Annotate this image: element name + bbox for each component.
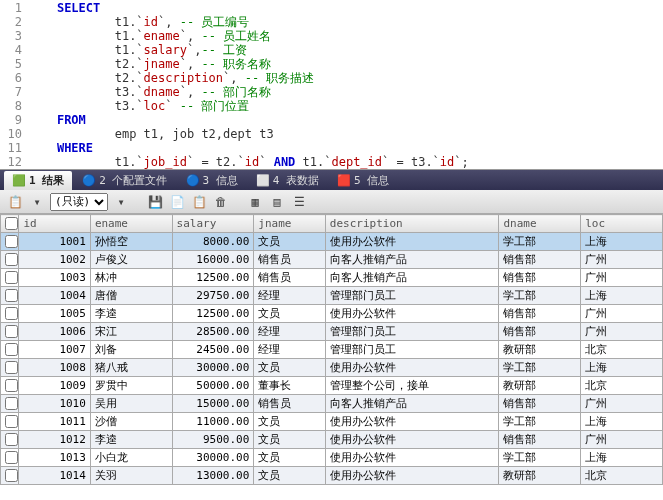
dropdown-icon[interactable]: ▾ — [28, 193, 46, 211]
col-loc[interactable]: loc — [581, 215, 663, 233]
table-row[interactable]: 1002 卢俊义 16000.00 销售员 向客人推销产品 销售部 广州 — [1, 251, 663, 269]
cell-description[interactable]: 使用办公软件 — [325, 359, 499, 377]
cell-loc[interactable]: 北京 — [581, 341, 663, 359]
row-checkbox[interactable] — [1, 377, 19, 395]
cell-jname[interactable]: 文员 — [254, 413, 326, 431]
col-description[interactable]: description — [325, 215, 499, 233]
table-row[interactable]: 1014 关羽 13000.00 文员 使用办公软件 教研部 北京 — [1, 467, 663, 485]
cell-salary[interactable]: 29750.00 — [172, 287, 254, 305]
cell-description[interactable]: 使用办公软件 — [325, 305, 499, 323]
table-row[interactable]: 1007 刘备 24500.00 经理 管理部门员工 教研部 北京 — [1, 341, 663, 359]
cell-dname[interactable]: 学工部 — [499, 359, 581, 377]
cell-id[interactable]: 1002 — [19, 251, 91, 269]
mode-select[interactable]: (只读) — [50, 193, 108, 211]
cell-id[interactable]: 1014 — [19, 467, 91, 485]
cell-salary[interactable]: 28500.00 — [172, 323, 254, 341]
cell-loc[interactable]: 广州 — [581, 323, 663, 341]
row-checkbox[interactable] — [1, 251, 19, 269]
col-id[interactable]: id — [19, 215, 91, 233]
cell-ename[interactable]: 关羽 — [90, 467, 172, 485]
paste-icon[interactable]: 📋 — [190, 193, 208, 211]
cell-loc[interactable]: 上海 — [581, 233, 663, 251]
cell-description[interactable]: 管理整个公司，接单 — [325, 377, 499, 395]
cell-dname[interactable]: 销售部 — [499, 395, 581, 413]
cell-loc[interactable]: 上海 — [581, 287, 663, 305]
cell-description[interactable]: 向客人推销产品 — [325, 269, 499, 287]
cell-ename[interactable]: 李逵 — [90, 431, 172, 449]
row-checkbox[interactable] — [1, 359, 19, 377]
cell-description[interactable]: 使用办公软件 — [325, 449, 499, 467]
table-row[interactable]: 1005 李逵 12500.00 文员 使用办公软件 销售部 广州 — [1, 305, 663, 323]
cell-jname[interactable]: 文员 — [254, 449, 326, 467]
delete-icon[interactable]: 🗑 — [212, 193, 230, 211]
cell-id[interactable]: 1013 — [19, 449, 91, 467]
row-checkbox[interactable] — [1, 413, 19, 431]
cell-jname[interactable]: 经理 — [254, 323, 326, 341]
cell-dname[interactable]: 教研部 — [499, 377, 581, 395]
cell-ename[interactable]: 卢俊义 — [90, 251, 172, 269]
cell-loc[interactable]: 上海 — [581, 413, 663, 431]
cell-id[interactable]: 1006 — [19, 323, 91, 341]
cell-ename[interactable]: 孙悟空 — [90, 233, 172, 251]
cell-dname[interactable]: 销售部 — [499, 305, 581, 323]
cell-loc[interactable]: 北京 — [581, 467, 663, 485]
cell-dname[interactable]: 学工部 — [499, 449, 581, 467]
cell-dname[interactable]: 销售部 — [499, 431, 581, 449]
grid-view-icon[interactable]: ▦ — [246, 193, 264, 211]
cell-dname[interactable]: 销售部 — [499, 269, 581, 287]
cell-dname[interactable]: 教研部 — [499, 467, 581, 485]
cell-ename[interactable]: 沙僧 — [90, 413, 172, 431]
tab-1 结果[interactable]: 🟩1 结果 — [4, 171, 72, 190]
cell-dname[interactable]: 学工部 — [499, 287, 581, 305]
cell-dname[interactable]: 销售部 — [499, 251, 581, 269]
row-checkbox[interactable] — [1, 305, 19, 323]
row-checkbox[interactable] — [1, 449, 19, 467]
checkbox-header[interactable] — [1, 215, 19, 233]
form-view-icon[interactable]: ▤ — [268, 193, 286, 211]
cell-salary[interactable]: 16000.00 — [172, 251, 254, 269]
cell-salary[interactable]: 12500.00 — [172, 269, 254, 287]
code-area[interactable]: SELECT t1.`id`, -- 员工编号 t1.`ename`, -- 员… — [28, 0, 663, 169]
cell-ename[interactable]: 小白龙 — [90, 449, 172, 467]
copy-icon[interactable]: 📄 — [168, 193, 186, 211]
row-checkbox[interactable] — [1, 431, 19, 449]
cell-loc[interactable]: 广州 — [581, 395, 663, 413]
cell-jname[interactable]: 销售员 — [254, 395, 326, 413]
cell-ename[interactable]: 李逵 — [90, 305, 172, 323]
cell-salary[interactable]: 24500.00 — [172, 341, 254, 359]
cell-loc[interactable]: 上海 — [581, 359, 663, 377]
cell-salary[interactable]: 9500.00 — [172, 431, 254, 449]
cell-id[interactable]: 1001 — [19, 233, 91, 251]
cell-ename[interactable]: 罗贯中 — [90, 377, 172, 395]
cell-jname[interactable]: 文员 — [254, 359, 326, 377]
table-row[interactable]: 1010 吴用 15000.00 销售员 向客人推销产品 销售部 广州 — [1, 395, 663, 413]
cell-ename[interactable]: 唐僧 — [90, 287, 172, 305]
export-icon[interactable]: 💾 — [146, 193, 164, 211]
table-row[interactable]: 1013 小白龙 30000.00 文员 使用办公软件 学工部 上海 — [1, 449, 663, 467]
cell-description[interactable]: 向客人推销产品 — [325, 251, 499, 269]
tab-3 信息[interactable]: 🔵3 信息 — [178, 171, 246, 190]
cell-dname[interactable]: 教研部 — [499, 341, 581, 359]
cell-description[interactable]: 使用办公软件 — [325, 467, 499, 485]
cell-jname[interactable]: 文员 — [254, 305, 326, 323]
cell-id[interactable]: 1008 — [19, 359, 91, 377]
row-checkbox[interactable] — [1, 287, 19, 305]
row-checkbox[interactable] — [1, 233, 19, 251]
cell-description[interactable]: 向客人推销产品 — [325, 395, 499, 413]
row-checkbox[interactable] — [1, 323, 19, 341]
cell-dname[interactable]: 学工部 — [499, 413, 581, 431]
cell-jname[interactable]: 销售员 — [254, 251, 326, 269]
cell-salary[interactable]: 15000.00 — [172, 395, 254, 413]
col-salary[interactable]: salary — [172, 215, 254, 233]
cell-ename[interactable]: 林冲 — [90, 269, 172, 287]
col-dname[interactable]: dname — [499, 215, 581, 233]
cell-description[interactable]: 使用办公软件 — [325, 233, 499, 251]
cell-id[interactable]: 1009 — [19, 377, 91, 395]
cell-jname[interactable]: 文员 — [254, 233, 326, 251]
table-row[interactable]: 1012 李逵 9500.00 文员 使用办公软件 销售部 广州 — [1, 431, 663, 449]
cell-salary[interactable]: 50000.00 — [172, 377, 254, 395]
cell-loc[interactable]: 广州 — [581, 251, 663, 269]
text-view-icon[interactable]: ☰ — [290, 193, 308, 211]
table-row[interactable]: 1009 罗贯中 50000.00 董事长 管理整个公司，接单 教研部 北京 — [1, 377, 663, 395]
cell-jname[interactable]: 董事长 — [254, 377, 326, 395]
